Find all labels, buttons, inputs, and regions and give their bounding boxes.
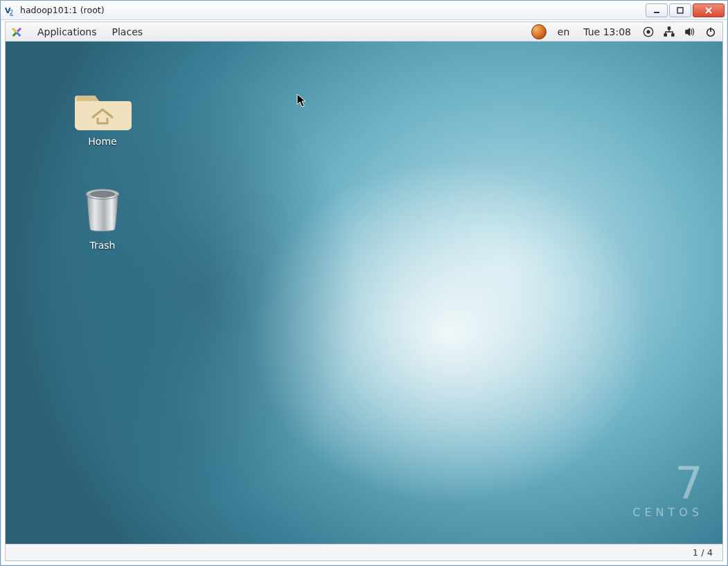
window-titlebar[interactable]: V2 hadoop101:1 (root) bbox=[1, 1, 727, 20]
window-close-button[interactable] bbox=[693, 3, 725, 17]
centos-name: CENTOS bbox=[632, 506, 703, 519]
vnc-window-frame: V2 hadoop101:1 (root) bbox=[0, 0, 728, 566]
svg-rect-9 bbox=[16, 32, 21, 37]
svg-rect-12 bbox=[668, 26, 671, 29]
accessibility-icon[interactable] bbox=[642, 26, 655, 38]
viewer-status-bar: 1 / 4 bbox=[6, 544, 722, 560]
window-title: hadoop101:1 (root) bbox=[20, 5, 105, 15]
trash-icon bbox=[73, 187, 132, 236]
desktop-icon-trash[interactable]: Trash bbox=[61, 187, 144, 251]
desktop-icon-home[interactable]: Home bbox=[61, 83, 144, 147]
svg-text:2: 2 bbox=[10, 10, 13, 16]
vnc-app-icon: V2 bbox=[5, 5, 16, 16]
window-maximize-button[interactable] bbox=[669, 3, 691, 17]
page-indicator: 1 / 4 bbox=[693, 547, 713, 558]
svg-point-11 bbox=[647, 30, 650, 33]
window-minimize-button[interactable] bbox=[646, 3, 668, 17]
keyboard-layout-indicator[interactable]: en bbox=[555, 25, 573, 39]
svg-rect-8 bbox=[12, 27, 17, 32]
power-icon[interactable] bbox=[704, 26, 717, 38]
centos-version-number: 7 bbox=[632, 461, 703, 506]
network-icon[interactable] bbox=[663, 26, 675, 38]
svg-rect-13 bbox=[664, 33, 667, 36]
desktop-area[interactable]: Home bbox=[6, 42, 722, 544]
svg-point-19 bbox=[90, 191, 116, 197]
mouse-cursor-icon bbox=[296, 94, 306, 107]
svg-rect-3 bbox=[677, 8, 683, 13]
folder-home-icon bbox=[73, 83, 132, 132]
update-notifier-icon[interactable] bbox=[531, 24, 547, 39]
applications-menu[interactable]: Applications bbox=[35, 25, 100, 39]
volume-icon[interactable] bbox=[684, 26, 696, 38]
svg-rect-14 bbox=[672, 33, 675, 36]
remote-viewport: Applications Places en Tue 13:08 bbox=[5, 21, 723, 561]
svg-rect-6 bbox=[17, 27, 21, 32]
places-menu[interactable]: Places bbox=[109, 25, 146, 39]
clock[interactable]: Tue 13:08 bbox=[580, 25, 634, 39]
activities-icon[interactable] bbox=[11, 26, 22, 37]
desktop-icon-label: Home bbox=[61, 136, 144, 147]
gnome-top-panel: Applications Places en Tue 13:08 bbox=[6, 22, 722, 42]
wallpaper-branding: 7 CENTOS bbox=[632, 461, 703, 519]
svg-rect-7 bbox=[12, 32, 17, 37]
desktop-icon-label: Trash bbox=[61, 240, 144, 251]
